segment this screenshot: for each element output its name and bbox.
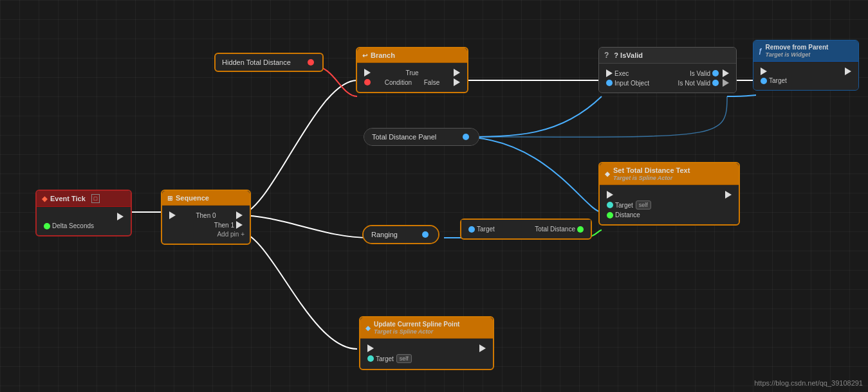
- then1-label: Then 1: [214, 222, 234, 229]
- ranging-body: Ranging: [364, 226, 438, 243]
- event-tick-body: Delta Seconds: [37, 207, 131, 235]
- total-distance-panel-label: Total Distance Panel: [372, 133, 436, 141]
- event-tick-node: ◆ Event Tick □ Delta Seconds: [35, 190, 132, 236]
- isvalid-input-row: Input Object Is Not Valid: [604, 79, 731, 87]
- isnotvalid-arrow: [723, 79, 729, 87]
- isvalid-exec-row: Exec Is Valid: [604, 69, 731, 77]
- rfp-exec-out: [845, 67, 851, 75]
- delta-seconds-label: Delta Seconds: [52, 222, 94, 229]
- isvalid-node: ? ? IsValid Exec Is Valid Input Object I…: [598, 47, 737, 93]
- then1-row: Then 1: [167, 221, 245, 229]
- watermark: https://blog.csdn.net/qq_39108291: [754, 379, 863, 387]
- event-tick-exec-out: [42, 213, 125, 220]
- input-obj-pin: [606, 80, 613, 86]
- true-arrow: [454, 69, 460, 76]
- target-total-distance-node: Target Total Distance: [460, 218, 592, 240]
- hidden-total-distance-label: Hidden Total Distance: [222, 58, 291, 66]
- isvalid-label: Is Valid: [690, 70, 710, 77]
- update-target-label: Target: [376, 355, 394, 362]
- rfp-exec-row: [759, 67, 853, 75]
- event-tick-header: ◆ Event Tick □: [37, 191, 131, 207]
- update-current-spline-point-node: ◆ Update Current Spline Point Target is …: [359, 316, 494, 370]
- total-panel-pin: [463, 134, 469, 140]
- branch-condition-row: Condition False: [362, 78, 462, 86]
- set-distance-row: Distance: [605, 211, 734, 218]
- total-dist-out-pin: [577, 226, 584, 233]
- branch-node: ↩ Branch True Condition False: [356, 47, 468, 93]
- sequence-title: Sequence: [176, 194, 209, 202]
- set-exec-row: [605, 191, 734, 199]
- set-target-label: Target: [615, 202, 633, 209]
- isvalid-out-arrow: [723, 69, 729, 77]
- update-spline-header: ◆ Update Current Spline Point Target is …: [360, 317, 493, 339]
- set-exec-out: [725, 191, 732, 199]
- ranging-label: Ranging: [371, 231, 398, 238]
- update-spline-body: Target self: [360, 339, 493, 369]
- target-label: Target: [477, 226, 495, 233]
- delta-seconds-pin: Delta Seconds: [42, 222, 125, 229]
- then0-label: Then 0: [196, 212, 216, 219]
- isvalid-header: ? ? IsValid: [599, 48, 736, 64]
- update-exec-out: [479, 344, 486, 352]
- condition-pin: [364, 79, 371, 85]
- set-target-row: Target self: [605, 200, 734, 209]
- branch-exec-row: True: [362, 69, 462, 76]
- isvalid-body: Exec Is Valid Input Object Is Not Valid: [599, 64, 736, 93]
- event-tick-title: Event Tick: [50, 195, 86, 202]
- sequence-exec-row: Then 0: [167, 211, 245, 219]
- rfp-target-label: Target: [769, 77, 787, 84]
- set-total-distance-text-node: ◆ Set Total Distance Text Target is Spli…: [598, 162, 740, 226]
- update-target-pin: [367, 355, 374, 362]
- watermark-text: https://blog.csdn.net/qq_39108291: [754, 379, 863, 387]
- exec-arrow-out: [117, 213, 124, 220]
- hidden-total-distance-body: Hidden Total Distance: [216, 54, 322, 71]
- set-total-dist-header: ◆ Set Total Distance Text Target is Spli…: [600, 163, 739, 185]
- remove-from-parent-node: ƒ Remove from Parent Target is Widget Ta…: [753, 40, 859, 91]
- exec-label: Exec: [614, 70, 629, 77]
- total-distance-panel-node: Total Distance Panel: [364, 128, 479, 146]
- branch-header: ↩ Branch: [357, 48, 467, 63]
- update-spline-title: Update Current Spline Point: [374, 321, 459, 328]
- addpin-label[interactable]: Add pin +: [217, 231, 245, 238]
- seq-exec-in: [169, 211, 176, 219]
- set-distance-label: Distance: [615, 211, 640, 218]
- sequence-header: ⊞ Sequence: [162, 191, 250, 206]
- set-distance-pin: [607, 212, 613, 218]
- sequence-body: Then 0 Then 1 Add pin +: [162, 206, 250, 244]
- branch-title: Branch: [371, 51, 395, 59]
- update-spline-subtitle: Target is Spline Actor: [374, 328, 459, 335]
- remove-from-parent-title: Remove from Parent: [766, 44, 829, 51]
- isnotvalid-label: Is Not Valid: [678, 80, 710, 87]
- update-exec-in: [367, 344, 374, 352]
- condition-label: Condition: [385, 79, 412, 86]
- update-spline-title-group: Update Current Spline Point Target is Sp…: [374, 321, 459, 335]
- isvalid-out-pin: [712, 70, 719, 76]
- update-target-row: Target self: [365, 354, 488, 363]
- total-distance-label: Total Distance: [535, 226, 575, 233]
- sequence-node: ⊞ Sequence Then 0 Then 1 Add pin +: [161, 190, 251, 245]
- branch-exec-in: [364, 69, 371, 76]
- input-object-label: Input Object: [614, 80, 649, 87]
- total-distance-panel-body: Total Distance Panel: [364, 129, 479, 145]
- set-total-dist-subtitle: Target is Spline Actor: [613, 175, 690, 181]
- isnotvalid-pin: [712, 80, 719, 86]
- ranging-pin: [422, 231, 429, 238]
- self-badge: self: [636, 200, 651, 209]
- set-total-dist-body: Target self Distance: [600, 185, 739, 224]
- rfp-exec-in: [761, 67, 767, 75]
- rfp-target-row: Target: [759, 77, 853, 84]
- addpin-row[interactable]: Add pin +: [167, 231, 245, 238]
- remove-from-parent-title-group: Remove from Parent Target is Widget: [766, 44, 829, 58]
- delta-pin-dot: [44, 223, 50, 229]
- update-exec-row: [365, 344, 488, 352]
- false-label: False: [424, 79, 439, 86]
- then0-arrow: [236, 211, 243, 219]
- set-exec-in: [607, 191, 613, 199]
- ranging-node: Ranging: [362, 225, 439, 244]
- remove-from-parent-subtitle: Target is Widget: [766, 51, 829, 58]
- remove-from-parent-body: Target: [753, 62, 858, 90]
- then1-arrow: [236, 221, 243, 229]
- isvalid-title: ? IsValid: [614, 51, 643, 59]
- hidden-total-distance-node: Hidden Total Distance: [214, 53, 324, 72]
- target-in-pin: [468, 226, 475, 233]
